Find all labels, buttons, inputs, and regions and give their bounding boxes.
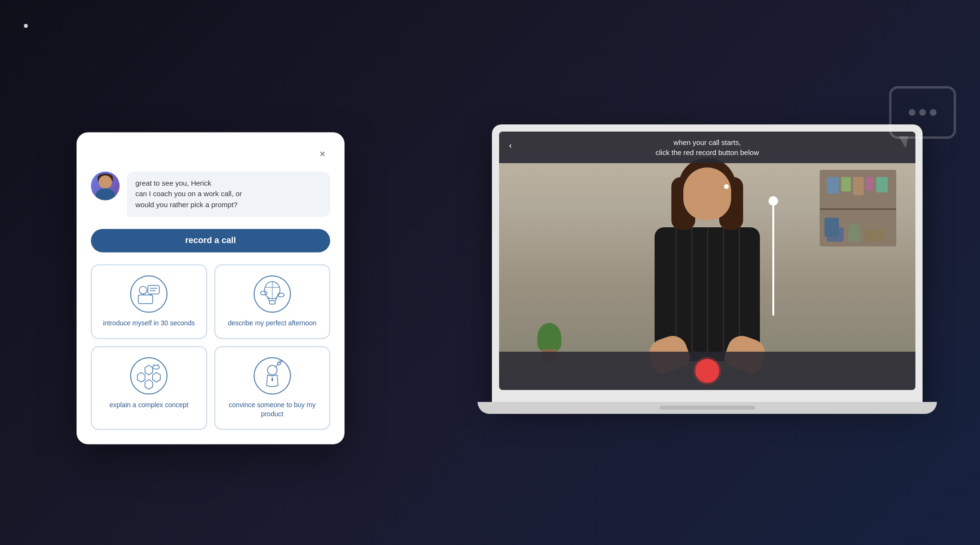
- prompt-grid: introduce myself in 30 seconds: [91, 264, 330, 430]
- svg-rect-12: [269, 300, 275, 304]
- chat-message: great to see you, Herickcan I coach you …: [91, 171, 330, 217]
- prompt-label-complex: explain a complex concept: [110, 400, 189, 410]
- stripe: [707, 227, 708, 361]
- record-call-button[interactable]: record a call: [91, 229, 330, 252]
- prompt-card-complex[interactable]: explain a complex concept: [91, 346, 207, 430]
- svg-rect-4: [148, 285, 159, 294]
- earbud-wire: [772, 196, 774, 316]
- modal-header: ×: [91, 146, 330, 162]
- svg-point-22: [153, 365, 159, 369]
- stripe: [691, 227, 692, 361]
- svg-point-15: [260, 291, 267, 295]
- chat-modal: × great to see you, Herickcan I coach yo…: [77, 132, 345, 444]
- dot-icon: [909, 109, 915, 116]
- prompt-label-afternoon: describe my perfect afternoon: [228, 319, 316, 328]
- svg-point-31: [280, 360, 282, 362]
- face: [683, 167, 731, 220]
- svg-text:?: ?: [278, 362, 279, 365]
- video-area: when your call starts, click the red rec…: [499, 132, 915, 390]
- app-container: when your call starts, click the red rec…: [0, 0, 980, 545]
- dot-icon: [919, 109, 926, 116]
- svg-point-17: [131, 357, 167, 394]
- record-button[interactable]: [695, 359, 719, 383]
- video-instruction-bar: when your call starts, click the red rec…: [499, 132, 915, 163]
- person-head: [679, 158, 736, 230]
- laptop-display: when your call starts, click the red rec…: [499, 132, 915, 390]
- person-speaking-icon: [130, 275, 168, 313]
- video-person: [499, 132, 915, 390]
- svg-marker-18: [145, 365, 153, 375]
- chat-bubble: great to see you, Herickcan I coach you …: [127, 171, 330, 217]
- person-figure: [616, 158, 798, 364]
- svg-marker-19: [137, 372, 145, 382]
- prompt-label-intro: introduce myself in 30 seconds: [103, 319, 195, 328]
- video-instruction-text: when your call starts, click the red rec…: [509, 137, 906, 157]
- back-button[interactable]: ‹: [509, 139, 512, 151]
- svg-marker-21: [145, 379, 153, 389]
- person-thinking-icon: ?: [253, 356, 291, 395]
- laptop-screen-frame: when your call starts, click the red rec…: [492, 124, 923, 402]
- svg-marker-33: [271, 377, 273, 381]
- laptop-device: when your call starts, click the red rec…: [492, 124, 923, 421]
- svg-point-2: [139, 286, 147, 294]
- honeycomb-icon: [130, 356, 168, 395]
- chat-bubble-text: great to see you, Herickcan I coach you …: [135, 178, 322, 211]
- dot-icon: [930, 109, 936, 116]
- avatar-body: [96, 188, 115, 200]
- earbud: [724, 184, 729, 189]
- laptop-base: [478, 402, 937, 414]
- prompt-card-afternoon[interactable]: describe my perfect afternoon: [214, 264, 331, 339]
- chat-bubble-decoration: [889, 86, 956, 139]
- prompt-label-convince: convince someone to buy my product: [223, 400, 323, 419]
- stripe: [723, 227, 724, 361]
- coach-avatar: [91, 171, 120, 200]
- video-controls-bar: [499, 352, 915, 390]
- prompt-card-intro[interactable]: introduce myself in 30 seconds: [91, 264, 207, 339]
- person-body: [655, 227, 760, 361]
- close-button[interactable]: ×: [315, 146, 330, 162]
- svg-rect-1: [138, 295, 153, 303]
- svg-marker-20: [153, 372, 160, 382]
- prompt-card-convince[interactable]: ? convince someone to buy my product: [214, 346, 331, 430]
- avatar-head: [99, 175, 112, 189]
- hot-air-balloon-icon: [253, 275, 291, 313]
